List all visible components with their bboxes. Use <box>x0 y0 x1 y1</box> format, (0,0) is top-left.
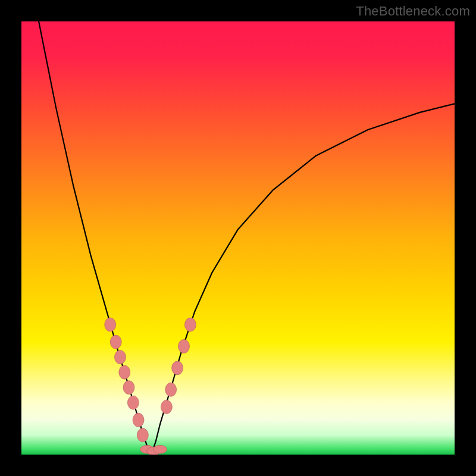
marker-right-4 <box>184 318 196 331</box>
marker-left-3 <box>119 365 130 379</box>
marker-left-4 <box>123 381 134 394</box>
marker-right-3 <box>178 340 190 353</box>
marker-left-5 <box>127 396 139 409</box>
watermark-text: TheBottleneck.com <box>356 4 470 19</box>
marker-left-0 <box>105 318 116 331</box>
marker-left-7 <box>137 428 148 442</box>
marker-right-2 <box>172 361 183 375</box>
marker-bottom-2 <box>153 445 167 453</box>
marker-right-0 <box>161 400 172 414</box>
marker-left-6 <box>133 413 144 427</box>
marker-right-1 <box>165 383 177 396</box>
bottleneck-chart <box>21 21 455 455</box>
marker-left-1 <box>110 335 121 349</box>
chart-frame: TheBottleneck.com <box>0 0 476 476</box>
marker-left-2 <box>114 350 126 364</box>
